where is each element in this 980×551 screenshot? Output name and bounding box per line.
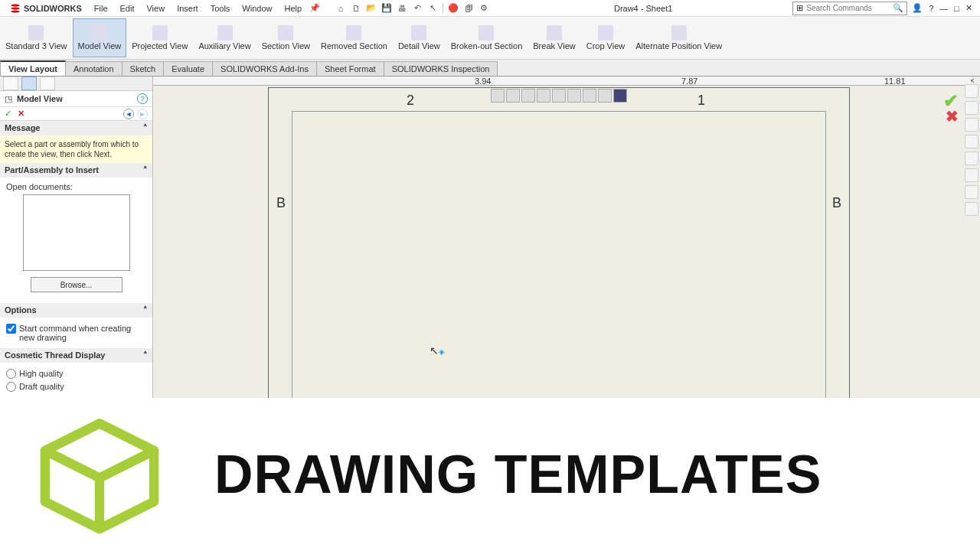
ribbon-detail-view[interactable]: Detail View (393, 18, 446, 57)
zoom-fit-icon[interactable] (491, 89, 505, 103)
print-icon[interactable]: 🖶 (395, 2, 409, 15)
ok-button[interactable]: ✓ (5, 109, 11, 119)
quick-access-toolbar: ⌂ 🗋 📂 💾 🖶 ↶ ↖ 🔴 🗐 ⚙ (331, 2, 494, 15)
cancel-button[interactable]: ✕ (18, 109, 24, 119)
feature-tree-icon[interactable] (3, 77, 18, 90)
high-quality-option[interactable]: High quality (6, 367, 146, 380)
next-button[interactable]: ► (137, 109, 148, 119)
standard-3view-icon (28, 25, 44, 41)
zoom-area-icon[interactable] (506, 89, 520, 103)
search-input[interactable] (806, 4, 893, 12)
display-style-icon[interactable] (567, 89, 581, 103)
prev-button[interactable]: ◄ (123, 109, 134, 119)
banner-title: DRAWING TEMPLATES (214, 444, 822, 505)
ribbon-break-view[interactable]: Break View (528, 18, 580, 57)
search-go-icon[interactable]: 🔍 (893, 3, 903, 13)
undo-icon[interactable]: ↶ (410, 2, 424, 15)
options-icon[interactable]: 🗐 (462, 2, 475, 15)
confirm-corner-cancel[interactable]: ✖ (946, 107, 959, 126)
options-header[interactable]: Options˄ (0, 303, 152, 318)
tab-evaluate[interactable]: Evaluate (163, 61, 213, 76)
high-quality-radio[interactable] (6, 369, 16, 379)
menu-insert[interactable]: Insert (171, 2, 204, 15)
section-view-icon[interactable] (537, 89, 550, 103)
removed-section-icon (346, 25, 361, 41)
taskpane-appearance-icon[interactable] (965, 168, 978, 182)
maximize-icon[interactable]: □ (954, 4, 959, 13)
panel-title: Model View (17, 94, 63, 103)
menu-file[interactable]: File (88, 2, 114, 15)
main-menu: File Edit View Insert Tools Window Help … (88, 2, 322, 15)
menu-tools[interactable]: Tools (204, 2, 237, 15)
help-icon[interactable]: ? (929, 4, 933, 13)
auxiliary-view-icon (217, 25, 233, 41)
hide-show-icon[interactable] (583, 89, 596, 103)
open-documents-list[interactable] (23, 194, 130, 271)
edit-scene-icon[interactable] (598, 89, 612, 103)
taskpane-design-lib-icon[interactable] (965, 118, 978, 132)
draft-quality-radio[interactable] (6, 382, 16, 392)
open-icon[interactable]: 📂 (364, 2, 378, 15)
view-orient-icon[interactable] (552, 89, 566, 103)
gear-icon[interactable]: ⚙ (477, 2, 491, 15)
taskpane-explorer-icon[interactable] (965, 135, 978, 148)
taskpane-properties-icon[interactable] (965, 185, 978, 199)
tab-view-layout[interactable]: View Layout (0, 60, 66, 76)
drawing-sheet[interactable]: 2 1 B B ↖◈ (268, 87, 850, 398)
message-header[interactable]: Message˄ (0, 121, 152, 135)
taskpane-resources-icon[interactable] (965, 101, 978, 115)
menu-edit[interactable]: Edit (114, 2, 141, 15)
home-icon[interactable]: ⌂ (334, 2, 348, 15)
app-logo: SOLIDWORKS (3, 2, 88, 15)
start-command-checkbox[interactable] (6, 324, 16, 334)
ribbon-auxiliary-view[interactable]: Auxiliary View (193, 18, 256, 57)
ribbon-alt-position[interactable]: Alternate Position View (630, 18, 727, 57)
ribbon-model-view[interactable]: Model View (73, 18, 127, 57)
close-icon[interactable]: ✕ (965, 3, 972, 13)
minimize-icon[interactable]: — (939, 4, 948, 13)
select-icon[interactable]: ↖ (426, 2, 439, 15)
search-commands[interactable]: ⊞ 🔍 (792, 2, 907, 15)
property-manager-icon[interactable] (21, 77, 37, 90)
tab-addins[interactable]: SOLIDWORKS Add-Ins (212, 61, 317, 76)
menu-help[interactable]: Help (278, 2, 308, 15)
ribbon-crop-view[interactable]: Crop View (581, 18, 631, 57)
taskpane-home-icon[interactable] (965, 84, 978, 98)
config-manager-icon[interactable] (40, 77, 55, 90)
rebuild-icon[interactable]: 🔴 (446, 2, 460, 15)
pin-icon[interactable]: 📌 (308, 2, 322, 15)
horizontal-ruler: 3.94 7.87 11.81 (153, 77, 971, 86)
user-icon[interactable]: 👤 (912, 3, 923, 13)
taskpane-forum-icon[interactable] (965, 202, 978, 216)
ribbon-standard-3-view[interactable]: Standard 3 View (0, 18, 73, 57)
crop-view-icon (598, 25, 613, 41)
taskpane-palette-icon[interactable] (965, 152, 978, 165)
tab-annotation[interactable]: Annotation (65, 61, 122, 76)
ribbon-broken-out[interactable]: Broken-out Section (446, 18, 528, 57)
ribbon-removed-section[interactable]: Removed Section (315, 18, 393, 57)
view-settings-icon[interactable] (613, 89, 627, 103)
tab-sketch[interactable]: Sketch (122, 61, 165, 76)
start-command-option[interactable]: Start command when creating new drawing (6, 322, 146, 344)
prev-view-icon[interactable] (521, 89, 535, 103)
menu-view[interactable]: View (140, 2, 171, 15)
alt-position-icon (671, 25, 687, 41)
save-icon[interactable]: 💾 (380, 2, 394, 15)
zone-b-right: B (832, 195, 841, 211)
sheet-border (292, 111, 826, 398)
chevron-up-icon: ˄ (143, 350, 148, 360)
cosmetic-header[interactable]: Cosmetic Thread Display˄ (0, 348, 152, 363)
draft-quality-option[interactable]: Draft quality (6, 380, 146, 393)
new-icon[interactable]: 🗋 (349, 2, 363, 15)
drawing-canvas[interactable]: ▣ ▭ — □ ✕ 3.94 7.87 11.81 (153, 77, 980, 398)
panel-help-icon[interactable]: ? (137, 93, 148, 104)
open-documents-label: Open documents: (6, 182, 146, 191)
tab-sheet-format[interactable]: Sheet Format (316, 61, 384, 76)
browse-button[interactable]: Browse... (31, 277, 122, 292)
tab-inspection[interactable]: SOLIDWORKS Inspection (384, 61, 498, 76)
ribbon-section-view[interactable]: Section View (256, 18, 315, 57)
menu-window[interactable]: Window (236, 2, 278, 15)
chevron-up-icon: ˄ (143, 165, 148, 175)
part-assembly-header[interactable]: Part/Assembly to Insert˄ (0, 163, 152, 178)
ribbon-projected-view[interactable]: Projected View (126, 18, 193, 57)
